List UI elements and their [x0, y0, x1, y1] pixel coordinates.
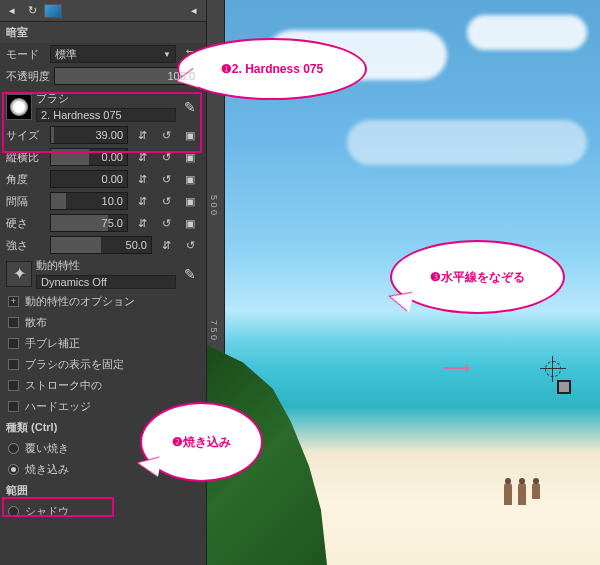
size-value: 39.00 — [95, 129, 123, 141]
angle-reset-icon[interactable]: ↺ — [156, 170, 176, 188]
dodge-radio[interactable] — [8, 443, 19, 454]
hardness-reset-icon[interactable]: ↺ — [156, 214, 176, 232]
spacing-value: 10.0 — [102, 195, 123, 207]
angle-slider[interactable]: 0.00 — [50, 170, 128, 188]
scatter-label: 散布 — [25, 315, 47, 330]
brush-cursor — [542, 358, 564, 380]
while-stroke-row[interactable]: ストローク中の — [0, 375, 206, 396]
tool-icon[interactable] — [44, 4, 62, 18]
hardness-stepper-icon[interactable]: ⇵ — [132, 214, 152, 232]
force-stepper-icon[interactable]: ⇵ — [156, 236, 176, 254]
hardness-slider[interactable]: 75.0 — [50, 214, 128, 232]
smooth-label: 手ブレ補正 — [25, 336, 80, 351]
hard-edge-checkbox[interactable] — [8, 401, 19, 412]
aspect-value: 0.00 — [102, 151, 123, 163]
lock-brush-label: ブラシの表示を固定 — [25, 357, 124, 372]
callout-3: ❸水平線をなぞる — [390, 240, 565, 314]
hardness-label: 硬さ — [6, 216, 46, 231]
ruler-tick-500: 5 0 0 — [209, 195, 219, 215]
aspect-slider[interactable]: 0.00 — [50, 148, 128, 166]
aspect-label: 縦横比 — [6, 150, 46, 165]
undo-redo-icon[interactable]: ↻ — [24, 3, 40, 19]
smooth-checkbox[interactable] — [8, 338, 19, 349]
force-value: 50.0 — [126, 239, 147, 251]
dynamics-icon[interactable]: ✦ — [6, 261, 32, 287]
angle-label: 角度 — [6, 172, 46, 187]
hardness-row: 硬さ 75.0 ⇵ ↺ ▣ — [0, 212, 206, 234]
force-row: 強さ 50.0 ⇵ ↺ — [0, 234, 206, 256]
size-reset-icon[interactable]: ↺ — [156, 126, 176, 144]
dodge-label: 覆い焼き — [25, 441, 69, 456]
hardness-link-icon[interactable]: ▣ — [180, 214, 200, 232]
opacity-label: 不透明度 — [6, 69, 50, 84]
ruler-tick-750: 7 5 0 — [209, 320, 219, 340]
opacity-value: 100.0 — [167, 70, 195, 82]
size-row: サイズ 39.00 ⇵ ↺ ▣ — [0, 124, 206, 146]
dynamics-label: 動的特性 — [36, 258, 176, 273]
anchor-handle[interactable] — [557, 380, 571, 394]
mode-label: モード — [6, 47, 46, 62]
force-reset-icon[interactable]: ↺ — [180, 236, 200, 254]
range-section: 範囲 — [0, 480, 206, 501]
annotation-arrow: ⟶ — [442, 355, 469, 379]
scatter-row[interactable]: 散布 — [0, 312, 206, 333]
burn-label: 焼き込み — [25, 462, 69, 477]
mode-dropdown[interactable]: 標準 ▼ — [50, 45, 176, 63]
size-label: サイズ — [6, 128, 46, 143]
force-slider[interactable]: 50.0 — [50, 236, 152, 254]
spacing-stepper-icon[interactable]: ⇵ — [132, 192, 152, 210]
size-stepper-icon[interactable]: ⇵ — [132, 126, 152, 144]
dynamics-options-row[interactable]: 動的特性のオプション — [0, 291, 206, 312]
while-stroke-checkbox[interactable] — [8, 380, 19, 391]
hardness-value: 75.0 — [102, 217, 123, 229]
brush-section-row: ブラシ 2. Hardness 075 ✎ — [0, 87, 206, 124]
brush-section-label: ブラシ — [36, 91, 176, 106]
burn-radio[interactable] — [8, 464, 19, 475]
hard-edge-label: ハードエッジ — [25, 399, 91, 414]
brush-preview[interactable] — [6, 94, 32, 120]
aspect-row: 縦横比 0.00 ⇵ ↺ ▣ — [0, 146, 206, 168]
back-icon[interactable]: ◂ — [4, 3, 20, 19]
brush-edit-icon[interactable]: ✎ — [180, 98, 200, 116]
mode-value: 標準 — [55, 47, 77, 62]
dynamics-field[interactable]: Dynamics Off — [36, 275, 176, 289]
panel-toolbar: ◂ ↻ ◂ — [0, 0, 206, 22]
smooth-row[interactable]: 手ブレ補正 — [0, 333, 206, 354]
chevron-down-icon: ▼ — [163, 50, 171, 59]
callout-1: ❶2. Hardness 075 — [177, 38, 367, 100]
callout-2: ❷焼き込み — [140, 402, 263, 482]
lock-brush-checkbox[interactable] — [8, 359, 19, 370]
spacing-row: 間隔 10.0 ⇵ ↺ ▣ — [0, 190, 206, 212]
dynamics-row: ✦ 動的特性 Dynamics Off ✎ — [0, 256, 206, 291]
dynamics-edit-icon[interactable]: ✎ — [180, 265, 200, 283]
size-link-icon[interactable]: ▣ — [180, 126, 200, 144]
spacing-link-icon[interactable]: ▣ — [180, 192, 200, 210]
angle-value: 0.00 — [102, 173, 123, 185]
aspect-reset-icon[interactable]: ↺ — [156, 148, 176, 166]
shadow-label: シャドウ — [25, 504, 69, 519]
aspect-stepper-icon[interactable]: ⇵ — [132, 148, 152, 166]
brush-name-field[interactable]: 2. Hardness 075 — [36, 108, 176, 122]
angle-row: 角度 0.00 ⇵ ↺ ▣ — [0, 168, 206, 190]
size-slider[interactable]: 39.00 — [50, 126, 128, 144]
scatter-checkbox[interactable] — [8, 317, 19, 328]
angle-stepper-icon[interactable]: ⇵ — [132, 170, 152, 188]
aspect-link-icon[interactable]: ▣ — [180, 148, 200, 166]
angle-link-icon[interactable]: ▣ — [180, 170, 200, 188]
dynamics-options-label: 動的特性のオプション — [25, 294, 135, 309]
darkroom-header: 暗室 — [0, 22, 206, 43]
shadow-row[interactable]: シャドウ — [0, 501, 206, 522]
lock-brush-row[interactable]: ブラシの表示を固定 — [0, 354, 206, 375]
panel-menu-icon[interactable]: ◂ — [186, 3, 202, 19]
expand-icon[interactable] — [8, 296, 19, 307]
spacing-label: 間隔 — [6, 194, 46, 209]
shadow-radio[interactable] — [8, 506, 19, 517]
mode-row: モード 標準 ▼ ⮌ — [0, 43, 206, 65]
spacing-reset-icon[interactable]: ↺ — [156, 192, 176, 210]
spacing-slider[interactable]: 10.0 — [50, 192, 128, 210]
people-decor — [504, 483, 540, 505]
while-stroke-label: ストローク中の — [25, 378, 102, 393]
force-label: 強さ — [6, 238, 46, 253]
